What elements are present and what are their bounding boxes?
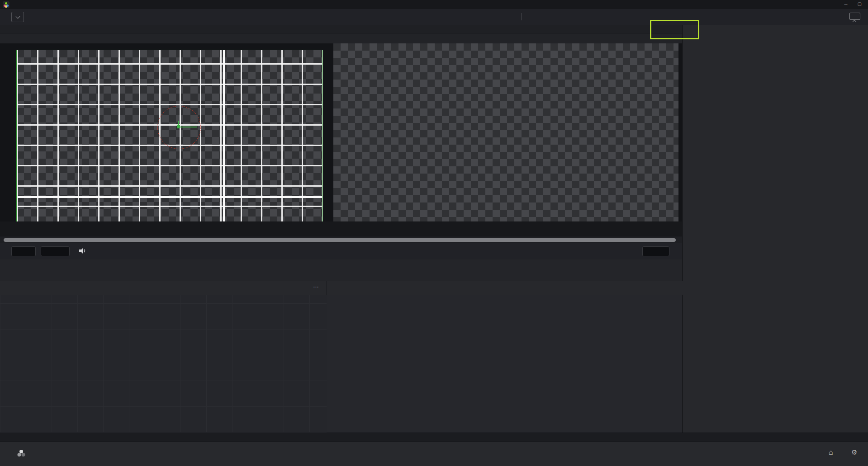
speaker-icon[interactable] bbox=[78, 246, 87, 257]
effects-toolbar bbox=[0, 259, 682, 282]
transport-bar bbox=[0, 243, 682, 260]
status-bar bbox=[0, 433, 868, 442]
inspector-panel bbox=[682, 25, 868, 433]
project-title bbox=[253, 11, 507, 22]
davinci-resolve-window: – ▢ bbox=[0, 0, 868, 466]
nodes-options-icon[interactable]: ⋯ bbox=[313, 283, 319, 290]
timeline-ruler[interactable] bbox=[0, 221, 682, 236]
collapse-panel-button[interactable] bbox=[11, 12, 24, 22]
grid2d-major-horizontal bbox=[17, 196, 323, 198]
nodes-panel-header: ⋯ bbox=[0, 281, 327, 295]
viewports bbox=[0, 43, 682, 221]
viewer-title-strip bbox=[0, 25, 682, 33]
viewer-tool-row bbox=[0, 33, 682, 44]
top-toolbar bbox=[0, 9, 868, 25]
gear-icon[interactable]: ⚙ bbox=[851, 448, 857, 457]
menu-bar: – ▢ bbox=[0, 0, 868, 9]
viewer-right-image[interactable] bbox=[333, 43, 678, 221]
timeline-scrollbar bbox=[0, 236, 682, 243]
callout-1-box bbox=[650, 20, 699, 39]
clean-feed-icon[interactable] bbox=[849, 13, 860, 20]
viewer-left-image[interactable] bbox=[16, 50, 323, 222]
divider bbox=[521, 13, 522, 20]
minimize-button[interactable]: – bbox=[844, 1, 848, 8]
page-nav: ⌂ ⚙ bbox=[0, 442, 868, 466]
spline-editor[interactable] bbox=[327, 295, 682, 433]
spline-panel-header bbox=[327, 281, 683, 295]
range-in-field[interactable] bbox=[11, 246, 36, 256]
current-frame-field[interactable] bbox=[642, 246, 669, 256]
range-out-field[interactable] bbox=[41, 246, 70, 256]
transform-widget-center[interactable] bbox=[177, 125, 180, 128]
transform-widget-axis-x[interactable] bbox=[179, 127, 197, 127]
node-graph[interactable] bbox=[0, 295, 327, 433]
app-logo-icon[interactable] bbox=[3, 1, 9, 8]
maximize-button[interactable]: ▢ bbox=[858, 1, 862, 8]
brand-logo-icon bbox=[16, 449, 26, 460]
timeline-scrollbar-thumb[interactable] bbox=[4, 238, 676, 242]
home-icon[interactable]: ⌂ bbox=[829, 448, 833, 457]
